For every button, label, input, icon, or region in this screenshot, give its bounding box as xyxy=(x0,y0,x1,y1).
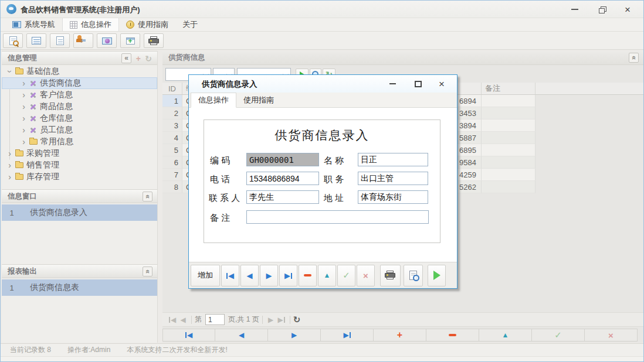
name-label: 名 称 xyxy=(324,155,344,166)
minimize-icon xyxy=(389,83,396,84)
code-field[interactable] xyxy=(246,153,319,166)
record-confirm-button[interactable]: ✓ xyxy=(532,329,585,341)
pager-first-button[interactable]: ◀ xyxy=(167,316,178,324)
collapse-left-button[interactable] xyxy=(121,53,131,63)
chevron-right-icon[interactable] xyxy=(19,103,28,111)
contact-field[interactable] xyxy=(246,190,319,204)
close-button[interactable]: × xyxy=(615,1,640,18)
pager-refresh-button[interactable] xyxy=(293,315,301,325)
print-preview-button[interactable] xyxy=(404,265,423,286)
employee-button[interactable] xyxy=(73,33,93,48)
main-collapse-up-button[interactable] xyxy=(629,53,639,63)
close-icon: × xyxy=(439,79,445,89)
page-number-input[interactable] xyxy=(205,314,225,325)
tree-item-label: 销售管理 xyxy=(26,160,59,170)
tree-item-customer-info[interactable]: 客户信息 xyxy=(2,89,157,101)
cancel-button[interactable]: × xyxy=(357,265,375,286)
dialog-minimize-button[interactable] xyxy=(379,75,405,93)
new-window-button[interactable]: + xyxy=(120,33,140,48)
record-cancel-button[interactable]: × xyxy=(585,329,638,341)
dialog-title-bar[interactable]: 供货商信息录入 × xyxy=(189,75,457,93)
plus-icon: + xyxy=(397,331,402,339)
column-header-notes[interactable]: 备注 xyxy=(482,83,535,94)
chevron-right-icon[interactable] xyxy=(5,149,14,158)
address-field[interactable] xyxy=(358,190,428,204)
phone-field[interactable] xyxy=(246,172,319,185)
pager-next-button[interactable]: ▶ xyxy=(266,316,276,324)
chevron-right-icon[interactable] xyxy=(19,126,28,134)
menu-tab-system-nav[interactable]: 系统导航 xyxy=(5,18,62,31)
run-report-button[interactable] xyxy=(428,265,446,286)
dialog-close-button[interactable]: × xyxy=(429,75,455,93)
pager-prev-button[interactable]: ◀ xyxy=(178,316,188,324)
tree-item-basic-info[interactable]: 基础信息 xyxy=(2,66,157,77)
tree-item-warehouse-info[interactable]: 仓库信息 xyxy=(2,112,157,124)
restore-button[interactable] xyxy=(589,1,614,18)
prev-icon: ◀ xyxy=(239,331,244,339)
menu-tab-user-guide[interactable]: 使用指南 xyxy=(119,18,175,31)
record-first-button[interactable]: ◀ xyxy=(162,329,215,341)
pager-label-page: 第 xyxy=(195,315,202,325)
collapse-up-button[interactable] xyxy=(143,192,152,202)
tree-item-employee-info[interactable]: 员工信息 xyxy=(2,124,157,136)
dialog-tab-info-operate[interactable]: 信息操作 xyxy=(191,93,236,108)
tree-item-product-info[interactable]: 商品信息 xyxy=(2,101,157,112)
chevron-right-icon[interactable] xyxy=(19,91,28,99)
document-button[interactable] xyxy=(50,33,70,48)
dialog-tab-user-guide[interactable]: 使用指南 xyxy=(236,93,281,108)
prev-record-button[interactable]: ◀ xyxy=(240,265,259,286)
preview-icon xyxy=(409,271,417,280)
record-next-button[interactable]: ▶ xyxy=(268,329,321,341)
chevron-right-icon[interactable] xyxy=(5,173,14,181)
menu-tab-about[interactable]: 关于 xyxy=(175,18,205,31)
notes-field[interactable] xyxy=(246,210,429,224)
add-button[interactable]: 增加 xyxy=(191,265,220,286)
minimize-button[interactable] xyxy=(562,1,587,18)
window-list-item-supplier-entry[interactable]: 1 供货商信息录入 xyxy=(2,204,157,221)
play-icon xyxy=(433,271,440,280)
chevron-right-icon[interactable] xyxy=(19,138,28,146)
menu-tab-info-operate[interactable]: 信息操作 xyxy=(62,18,119,31)
monitor-view-button[interactable] xyxy=(97,33,117,48)
chevron-right-icon[interactable] xyxy=(19,114,28,122)
tree-item-sales-mgmt[interactable]: 销售管理 xyxy=(2,159,157,171)
tab-label: 使用指南 xyxy=(243,95,274,105)
panel-add-icon[interactable]: + xyxy=(136,54,141,63)
record-edit-button[interactable]: ▲ xyxy=(479,329,532,341)
search-document-button[interactable] xyxy=(3,33,23,48)
pager-last-button[interactable]: ▶ xyxy=(276,316,287,324)
chevron-right-icon[interactable] xyxy=(5,161,14,169)
record-delete-button[interactable] xyxy=(426,329,479,341)
card-view-button[interactable] xyxy=(26,33,46,48)
name-field[interactable] xyxy=(358,153,428,166)
column-header-id[interactable]: ID xyxy=(162,83,182,94)
tree-item-common-info[interactable]: 常用信息 xyxy=(2,136,157,148)
tools-icon xyxy=(29,80,37,87)
chevron-right-icon[interactable] xyxy=(19,79,28,87)
tree-item-purchase-mgmt[interactable]: 采购管理 xyxy=(2,148,157,159)
delete-record-button[interactable] xyxy=(299,265,317,286)
edit-record-button[interactable]: ▲ xyxy=(318,265,336,286)
pager-label-total: 页,共 1 页 xyxy=(228,315,259,325)
report-list-item-supplier-table[interactable]: 1 供货商信息表 xyxy=(2,279,157,296)
first-record-button[interactable]: ◀ xyxy=(221,265,239,286)
menu-tab-label: 系统导航 xyxy=(25,19,55,30)
print-toolbar-button[interactable] xyxy=(144,33,164,48)
panel-refresh-icon[interactable]: ↻ xyxy=(145,54,152,63)
dialog-maximize-button[interactable] xyxy=(405,75,431,93)
next-record-button[interactable]: ▶ xyxy=(260,265,278,286)
app-logo-icon xyxy=(6,4,16,14)
chevron-down-icon[interactable] xyxy=(6,67,14,76)
collapse-up-button[interactable] xyxy=(143,267,152,276)
confirm-button[interactable]: ✓ xyxy=(337,265,355,286)
record-toolbar: ◀ ◀ ▶ ▶ + ▲ ✓ × xyxy=(162,329,638,341)
last-record-button[interactable]: ▶ xyxy=(279,265,297,286)
sidebar: 信息管理 + ↻ 基础信息 供货商信息 客户信息 商品信息 仓库信息 员工信息 … xyxy=(2,51,158,343)
tree-item-supplier-info[interactable]: 供货商信息 xyxy=(2,77,157,89)
position-field[interactable] xyxy=(358,172,428,185)
tree-item-inventory-mgmt[interactable]: 库存管理 xyxy=(2,171,157,183)
record-add-button[interactable]: + xyxy=(374,329,426,341)
print-button[interactable] xyxy=(380,265,401,286)
record-prev-button[interactable]: ◀ xyxy=(215,329,268,341)
record-last-button[interactable]: ▶ xyxy=(321,329,374,341)
